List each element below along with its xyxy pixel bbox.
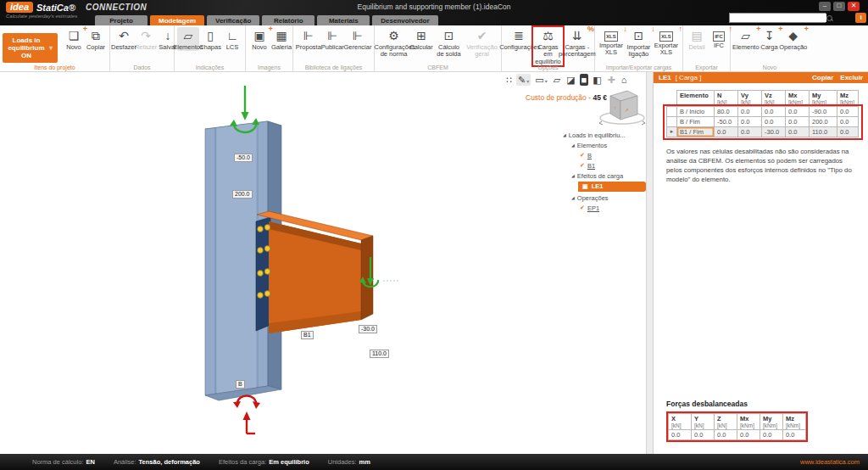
loads-in-equilibrium-dropdown[interactable]: Loads in equilibrium ON ▾ bbox=[3, 33, 58, 63]
publicar-button[interactable]: ⊩ Publicar bbox=[321, 27, 344, 51]
calculo-de-solda-button[interactable]: ⊡ Cálculo de solda bbox=[432, 27, 465, 59]
tab-relatorio[interactable]: Relatório bbox=[262, 15, 314, 25]
arrow-up-icon: ↑ bbox=[678, 25, 682, 32]
detail-export-button[interactable]: ▤ Detail bbox=[686, 27, 708, 51]
element-cell[interactable]: B1 / Fim bbox=[677, 127, 715, 137]
tree-node-elementos[interactable]: ◢ Elementos bbox=[563, 140, 651, 150]
elementos-toggle-button[interactable]: ▱ Elementos bbox=[177, 27, 199, 51]
title-bar: idea StatiCa® CONNECTION Calculate yeste… bbox=[0, 0, 868, 25]
redo-icon: ↷ bbox=[141, 29, 151, 43]
tree-item-le1-selected[interactable]: ▣LE1 bbox=[578, 182, 651, 192]
verificacao-geral-button[interactable]: ✔ Verificação geral bbox=[465, 27, 498, 59]
ribbon-search[interactable] bbox=[729, 13, 826, 23]
axes-icon: ∟ bbox=[226, 29, 238, 43]
gerenciar-button[interactable]: ⊩ Gerenciar bbox=[344, 27, 371, 51]
load-label-beam-shear: -30.0 bbox=[359, 325, 377, 333]
table-row: B / Fim -50.0 0.0 0.0 0.0 200.0 0.0 bbox=[667, 117, 859, 127]
copiar-projeto-button[interactable]: ⧉ Copiar bbox=[85, 27, 107, 51]
collapse-triangle-icon: ◢ bbox=[571, 195, 575, 200]
ifc-export-button[interactable]: IFC ↑ IFC bbox=[708, 27, 730, 49]
percent-icon: % bbox=[587, 25, 594, 32]
ribbon-group-itens-do-projeto: Loads in equilibrium ON ▾ ❏ + Novo ⧉ Cop… bbox=[0, 25, 110, 71]
status-bar: Norma de cálculo:EN Análise:Tensão, defo… bbox=[0, 454, 868, 470]
cargas-porcentagem-button[interactable]: ⇊ % Cargas - porcentagem bbox=[563, 27, 592, 59]
group-label: CBFEM bbox=[375, 64, 501, 70]
tab-materiais[interactable]: Materiais bbox=[317, 15, 370, 25]
ribbon-group-imagens: ▣ + Novo ▦ Galeria Imagens bbox=[246, 25, 293, 71]
checkbox-icon: ▣ bbox=[582, 183, 588, 189]
ribbon-tabs: Projeto Modelagem Verificação Relatório … bbox=[95, 15, 438, 25]
image-icon: ▣ bbox=[253, 29, 264, 43]
tab-desenvolvedor[interactable]: Desenvolvedor bbox=[372, 15, 437, 25]
panel-header: LE1 [ Carga ] Copiar Excluir bbox=[654, 72, 868, 83]
row-marker-icon: ▸ bbox=[667, 127, 677, 137]
calcular-button[interactable]: ⊞ Calcular bbox=[410, 27, 432, 51]
desfazer-button[interactable]: ↶ Desfazer bbox=[113, 27, 135, 51]
table-row-selected: ▸ B1 / Fim 0.0 0.0 -30.0 0.0 110.0 0.0 bbox=[667, 127, 859, 137]
exportar-xls-button[interactable]: XLS ↑ Exportar XLS bbox=[653, 27, 680, 57]
lcs-toggle-button[interactable]: ∟ LCS bbox=[221, 27, 243, 51]
configuracoes-de-norma-button[interactable]: ⚙ Configurações de norma bbox=[377, 27, 410, 59]
nova-carga-button[interactable]: ↧ + Carga bbox=[759, 27, 781, 51]
refazer-button[interactable]: ↷ Refazer bbox=[135, 27, 157, 51]
member-label-b1: B1 bbox=[301, 331, 314, 339]
unbalanced-forces-table: X[kN] Y[kN] Z[kN] Mx[kNm] My[kNm] Mz[kNm… bbox=[668, 413, 806, 440]
excluir-action[interactable]: Excluir bbox=[840, 74, 863, 81]
check-icon: ✔ bbox=[580, 204, 585, 211]
copiar-action[interactable]: Copiar bbox=[812, 74, 833, 81]
loads-table-header: Elemento N[kN] Vy[kN] Vz[kN] Mx[kNm] My[… bbox=[667, 91, 859, 107]
maximize-button[interactable]: □ bbox=[833, 2, 845, 11]
group-label: Novo bbox=[731, 64, 809, 70]
ribbon-group-novo: ▱ + Elemento ↧ + Carga ◆ + Operação Novo bbox=[731, 25, 809, 71]
check-icon: ✔ bbox=[580, 162, 585, 169]
calculator-icon: ⊞ bbox=[416, 29, 426, 43]
ribbon-group-exportar: ▤ Detail IFC ↑ IFC Exportar bbox=[683, 25, 731, 71]
3d-model-canvas[interactable] bbox=[0, 72, 646, 454]
status-unidades: Unidades:mm bbox=[328, 458, 370, 466]
group-label: Indicações bbox=[175, 64, 245, 70]
website-link[interactable]: www.ideastatica.com bbox=[800, 458, 860, 466]
novo-projeto-button[interactable]: ❏ + Novo bbox=[63, 27, 85, 51]
connection-propose-icon: ⊩ bbox=[303, 29, 314, 43]
nova-operacao-button[interactable]: ◆ + Operação bbox=[781, 27, 807, 51]
ribbon-group-biblioteca: ⊩ Proposta ⊩ Publicar ⊩ Gerenciar Biblio… bbox=[293, 25, 375, 71]
tree-item-ep1[interactable]: ✔ EP1 bbox=[563, 203, 651, 213]
ifc-file-icon: IFC bbox=[713, 31, 725, 42]
tab-projeto[interactable]: Projeto bbox=[95, 15, 147, 25]
xls-file-icon: XLS bbox=[604, 31, 618, 42]
element-cell[interactable]: B / Fim bbox=[677, 117, 715, 127]
load-label-top-moment: 200.0 bbox=[232, 190, 253, 199]
tree-item-b[interactable]: ✔ B bbox=[563, 150, 651, 160]
unbalanced-forces-section: Forças desbalanceadas X[kN] Y[kN] Z[kN] … bbox=[666, 400, 808, 445]
configuracoes-button[interactable]: ≣ Configurações bbox=[504, 27, 533, 51]
element-cell[interactable]: B / Início bbox=[677, 107, 715, 117]
tab-verificacao[interactable]: Verificação bbox=[207, 15, 259, 25]
info-button[interactable]: i bbox=[855, 13, 866, 23]
ribbon-group-importar-exportar: XLS ↓ Importar XLS ⊡ ↓ Importar ligação … bbox=[595, 25, 683, 71]
status-norma: Norma de cálculo:EN bbox=[32, 458, 95, 466]
collapse-triangle-icon: ◢ bbox=[563, 132, 566, 137]
search-input[interactable] bbox=[730, 14, 826, 22]
tab-modelagem[interactable]: Modelagem bbox=[150, 15, 204, 25]
tree-node-operacoes[interactable]: ◢ Operações bbox=[563, 193, 651, 203]
member-3d-icon: ▱ bbox=[184, 29, 193, 43]
proposta-button[interactable]: ⊩ Proposta bbox=[296, 27, 321, 51]
nova-imagem-button[interactable]: ▣ + Novo bbox=[248, 27, 270, 51]
panel-subtitle: [ Carga ] bbox=[676, 74, 702, 81]
galeria-button[interactable]: ▦ Galeria bbox=[270, 27, 292, 51]
undo-icon: ↶ bbox=[119, 29, 129, 43]
loads-dropdown-label: Loads in equilibrium ON bbox=[8, 36, 45, 59]
chapas-toggle-button[interactable]: ▯ Chapas bbox=[199, 27, 221, 51]
tree-item-b1[interactable]: ✔ B1 bbox=[563, 160, 651, 171]
novo-elemento-button[interactable]: ▱ + Elemento bbox=[733, 27, 759, 51]
close-button[interactable]: ✕ bbox=[848, 2, 860, 11]
importar-ligacao-button[interactable]: ⊡ ↓ Importar ligação bbox=[625, 27, 653, 59]
minimize-button[interactable]: – bbox=[819, 2, 831, 11]
panel-divider[interactable] bbox=[646, 72, 653, 454]
importar-xls-button[interactable]: XLS ↓ Importar XLS bbox=[598, 27, 625, 57]
load-effect-panel: LE1 [ Carga ] Copiar Excluir Elemento N[… bbox=[653, 72, 868, 454]
load-label-top-force: -50.0 bbox=[234, 154, 253, 162]
tree-root-loads-in-equilibrium[interactable]: ◢ Loads in equilibriu... bbox=[563, 130, 651, 140]
tree-node-efeitos-de-carga[interactable]: ◢ Efeitos de carga bbox=[563, 171, 651, 181]
3d-viewport[interactable]: ∷ ✎▾ ▭▾ ▱ ◪ ■ ◧ ✚ ⌂ Custo de produção - … bbox=[0, 72, 646, 454]
